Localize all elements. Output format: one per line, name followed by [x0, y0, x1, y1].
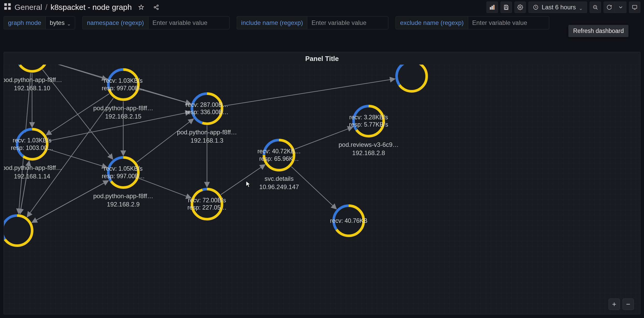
- node-label: pod.python-app-f8ff…192.168.1.14: [4, 164, 66, 181]
- include-field[interactable]: [311, 19, 384, 26]
- namespace-field[interactable]: [153, 19, 225, 26]
- svg-point-15: [519, 6, 521, 8]
- var-namespace[interactable]: namespace (regexp): [82, 16, 229, 29]
- svg-point-7: [157, 8, 158, 10]
- node-label: pod.python-app-f8ff…192.168.2.9: [90, 192, 157, 209]
- panel: Panel Title pod.python-app-f8ff…192.168.…: [4, 52, 640, 314]
- var-graph-mode[interactable]: graph mode bytes: [4, 16, 75, 29]
- svg-rect-10: [490, 7, 491, 9]
- star-icon[interactable]: [135, 2, 147, 13]
- var-include-label: include name (regexp): [237, 16, 307, 29]
- svg-rect-11: [492, 6, 493, 9]
- breadcrumb-folder[interactable]: General: [15, 3, 42, 12]
- save-button[interactable]: [500, 2, 512, 13]
- node-label: svc.details10.96.249.147: [245, 175, 313, 191]
- refresh-tooltip: Refresh dashboard: [568, 25, 628, 37]
- graph-node[interactable]: recv: 40.72KB…resp: 65.96K… svc.details1…: [262, 138, 296, 172]
- svg-rect-3: [8, 7, 11, 10]
- svg-line-37: [224, 79, 395, 106]
- node-stats: recv: 3.28KB/sresp: 5.77KB/s: [349, 114, 388, 129]
- topbar: General / k8spacket - node graph Last 6 …: [0, 0, 644, 15]
- var-namespace-label: namespace (regexp): [82, 16, 148, 29]
- var-exclude-label: exclude name (regexp): [396, 16, 468, 29]
- node-stats: recv: 1.03KB/sresp: 997.00B…: [102, 77, 145, 92]
- refresh-button[interactable]: [604, 2, 615, 13]
- breadcrumb-separator: /: [45, 3, 47, 12]
- graph-node[interactable]: recv: 1.03KB/sresp: 1003.00… pod.python-…: [15, 127, 49, 161]
- svg-rect-1: [8, 3, 11, 6]
- svg-line-9: [155, 8, 157, 9]
- settings-button[interactable]: [514, 2, 526, 13]
- tv-mode-button[interactable]: [629, 2, 640, 13]
- var-namespace-input[interactable]: [148, 16, 230, 29]
- dashboards-icon[interactable]: [4, 3, 11, 12]
- node-stats: recv: 1.03KB/sresp: 1003.00…: [11, 137, 53, 152]
- chevron-down-icon: [579, 5, 583, 9]
- graph-node[interactable]: recv: 3.28KB/sresp: 5.77KB/s pod.reviews…: [352, 104, 385, 138]
- svg-line-8: [155, 6, 157, 7]
- graph-node[interactable]: [4, 214, 34, 247]
- node-label: pod.python-app-f8ff…192.168.1.3: [173, 128, 241, 145]
- zoom-out-button[interactable]: −: [622, 299, 634, 310]
- graph-node[interactable]: [395, 65, 428, 93]
- var-exclude-input[interactable]: [468, 16, 549, 29]
- graph-node[interactable]: pod.python-app-f8ff…192.168.1.10: [15, 65, 49, 73]
- svg-line-18: [596, 8, 598, 10]
- node-stats: recv: 287.00B…resp: 336.00B…: [185, 101, 228, 116]
- svg-line-29: [139, 89, 191, 104]
- graph-node[interactable]: recv: 72.00B/sresp: 227.05…: [190, 187, 224, 221]
- breadcrumb: General / k8spacket - node graph: [4, 3, 132, 12]
- svg-rect-0: [4, 3, 7, 6]
- node-graph-canvas[interactable]: pod.python-app-f8ff…192.168.1.10 recv: 1…: [4, 65, 640, 314]
- node-label: pod.reviews-v3-6c9…192.168.2.8: [335, 141, 402, 157]
- svg-rect-20: [633, 5, 637, 9]
- node-label: pod.python-app-f8ff…192.168.2.15: [90, 104, 157, 121]
- node-stats: recv: 72.00B/sresp: 227.05…: [188, 197, 227, 212]
- time-range-button[interactable]: Last 6 hours: [528, 2, 587, 13]
- graph-edges: [4, 65, 640, 314]
- node-stats: recv: 40.76KB: [330, 217, 367, 224]
- graph-node[interactable]: recv: 1.03KB/sresp: 997.00B… pod.python-…: [106, 68, 140, 101]
- zoom-in-button[interactable]: +: [609, 299, 620, 310]
- svg-rect-13: [505, 5, 507, 6]
- var-graph-mode-label: graph mode: [4, 16, 45, 29]
- share-icon[interactable]: [151, 2, 162, 13]
- svg-rect-14: [505, 8, 507, 9]
- graph-node[interactable]: recv: 40.76KB: [332, 204, 366, 238]
- svg-rect-12: [493, 5, 494, 10]
- refresh-interval-button[interactable]: [615, 2, 626, 13]
- time-range-label: Last 6 hours: [542, 4, 576, 11]
- var-exclude[interactable]: exclude name (regexp): [396, 16, 549, 29]
- graph-node[interactable]: recv: 1.05KB/sresp: 997.00B… pod.python-…: [106, 156, 140, 189]
- panel-title[interactable]: Panel Title: [4, 52, 640, 65]
- graph-node[interactable]: recv: 287.00B…resp: 336.00B… pod.python-…: [190, 92, 224, 126]
- svg-rect-2: [4, 7, 7, 10]
- zoom-out-time-button[interactable]: [590, 2, 601, 13]
- node-stats: recv: 1.05KB/sresp: 997.00B…: [102, 165, 145, 180]
- node-label: pod.python-app-f8ff…192.168.1.10: [4, 76, 66, 93]
- svg-point-77: [398, 65, 425, 90]
- var-include-input[interactable]: [307, 16, 388, 29]
- svg-point-6: [157, 5, 158, 6]
- exclude-field[interactable]: [472, 19, 545, 26]
- zoom-controls: + −: [609, 299, 634, 310]
- svg-point-5: [154, 6, 155, 8]
- variable-bar: graph mode bytes namespace (regexp) incl…: [0, 15, 644, 31]
- var-include[interactable]: include name (regexp): [237, 16, 389, 29]
- breadcrumb-title[interactable]: k8spacket - node graph: [51, 3, 132, 12]
- svg-marker-4: [139, 5, 143, 9]
- add-panel-button[interactable]: [486, 2, 498, 13]
- node-stats: recv: 40.72KB…resp: 65.96K…: [257, 148, 301, 163]
- var-graph-mode-value[interactable]: bytes: [45, 16, 75, 29]
- svg-point-71: [4, 217, 31, 244]
- chevron-down-icon: [67, 21, 71, 25]
